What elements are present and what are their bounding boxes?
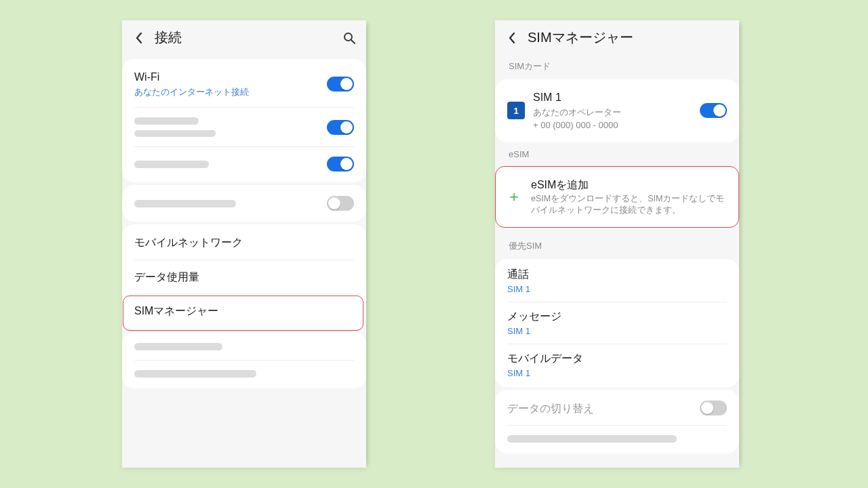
preferred-calls-title: 通話 [507,267,727,282]
preferred-calls-row[interactable]: 通話 SIM 1 [495,260,739,302]
data-switching-toggle[interactable] [700,401,727,415]
appbar-sim-manager: SIMマネージャー [495,20,739,56]
wifi-subtitle: あなたのインターネット接続 [134,86,319,98]
sim-manager-row[interactable]: SIMマネージャー [122,294,366,328]
page-title: 接続 [155,28,182,47]
skeleton-text [134,370,256,378]
sim1-toggle[interactable] [700,103,727,118]
data-usage-row[interactable]: データ使用量 [122,260,366,294]
placeholder-row[interactable] [122,186,366,220]
data-switching-row[interactable]: データの切り替え [495,391,739,425]
placeholder-row[interactable] [122,147,366,181]
sim1-title: SIM 1 [533,90,692,105]
placeholder-row[interactable] [122,361,366,387]
preferred-messages-value: SIM 1 [507,325,727,338]
skeleton-text [134,130,216,137]
add-esim-card[interactable]: ＋ eSIMを追加 eSIMをダウンロードすると、SIMカードなしでモバイルネッ… [495,166,739,228]
data-switching-card: データの切り替え [495,390,739,453]
preferred-calls-value: SIM 1 [507,283,727,296]
svg-line-1 [351,40,355,43]
wifi-toggle[interactable] [327,77,354,92]
skeleton-text [134,161,209,168]
placeholder-toggle[interactable] [327,157,354,171]
sim1-row[interactable]: 1 SIM 1 あなたのオペレーター + 00 (000) 000 - 0000 [495,81,739,141]
preferred-sim-section-label: 優先SIM [495,230,739,256]
connections-card-1: Wi-Fi あなたのインターネット接続 [122,59,366,182]
skeleton-text [134,343,222,350]
sim-cards-section-label: SIMカード [495,56,739,77]
placeholder-toggle[interactable] [327,196,354,211]
mobile-networks-row[interactable]: モバイルネットワーク [122,226,366,260]
preferred-messages-row[interactable]: メッセージ SIM 1 [495,302,739,344]
skeleton-text [134,200,236,207]
sim1-badge: 1 [507,102,525,119]
data-switching-title: データの切り替え [507,401,692,416]
add-esim-title: eSIMを追加 [531,178,729,192]
plus-icon: ＋ [505,189,523,204]
connections-card-4 [122,332,366,388]
placeholder-row[interactable] [122,108,366,146]
search-icon [342,31,356,45]
preferred-mobile-data-value: SIM 1 [507,367,727,380]
mobile-networks-label: モバイルネットワーク [134,235,354,250]
add-esim-subtitle: eSIMをダウンロードすると、SIMカードなしでモバイルネットワークに接続できま… [531,193,729,216]
placeholder-row[interactable] [495,426,739,452]
chevron-left-icon [134,32,144,44]
skeleton-text [507,435,677,443]
sim1-number: + 00 (000) 000 - 0000 [533,119,692,131]
chevron-left-icon [507,32,517,44]
page-title: SIMマネージャー [528,28,633,47]
connections-card-3: モバイルネットワーク データ使用量 SIMマネージャー [122,224,366,329]
sim-card-card: 1 SIM 1 あなたのオペレーター + 00 (000) 000 - 0000 [495,79,739,142]
sim-manager-screen: SIMマネージャー SIMカード 1 SIM 1 あなたのオペレーター + 00… [495,20,739,468]
connections-card-2 [122,185,366,222]
appbar-connections: 接続 [122,20,366,56]
preferred-messages-title: メッセージ [507,309,727,324]
sim1-operator: あなたのオペレーター [533,106,692,119]
data-usage-label: データ使用量 [134,270,354,285]
esim-section-label: eSIM [495,145,739,163]
preferred-mobile-data-row[interactable]: モバイルデータ SIM 1 [495,344,739,386]
connections-screen: 接続 Wi-Fi あなたのインターネット接続 [122,20,366,468]
placeholder-toggle[interactable] [327,120,354,135]
preferred-mobile-data-title: モバイルデータ [507,351,727,366]
search-button[interactable] [342,30,357,45]
wifi-title: Wi-Fi [134,70,319,85]
skeleton-text [134,117,199,125]
wifi-row[interactable]: Wi-Fi あなたのインターネット接続 [122,60,366,107]
back-button[interactable] [132,30,146,45]
back-button[interactable] [505,30,519,45]
sim-manager-label: SIMマネージャー [134,304,354,319]
preferred-sim-card: 通話 SIM 1 メッセージ SIM 1 モバイルデータ SIM 1 [495,259,739,387]
placeholder-row[interactable] [122,333,366,360]
